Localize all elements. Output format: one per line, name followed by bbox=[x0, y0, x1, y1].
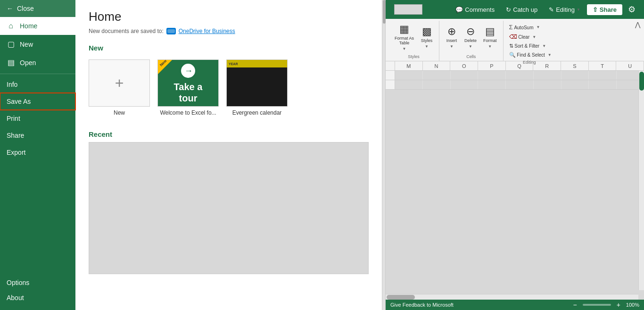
h-scroll-thumb[interactable] bbox=[387, 295, 415, 300]
cell[interactable] bbox=[589, 71, 617, 80]
col-M: M bbox=[395, 61, 423, 70]
editing-dropdown-icon: ▼ bbox=[577, 8, 580, 12]
grid-row bbox=[386, 80, 644, 90]
cell[interactable] bbox=[423, 80, 451, 89]
col-N: N bbox=[423, 61, 451, 70]
info-label: Info bbox=[7, 81, 17, 88]
template-calendar[interactable]: YEAR Evergreen calendar bbox=[226, 59, 288, 116]
sidebar-item-open[interactable]: ▤ Open bbox=[0, 53, 75, 72]
ribbon-collapse-button[interactable]: ⋀ bbox=[632, 20, 643, 29]
sidebar-item-info[interactable]: Info bbox=[0, 76, 75, 93]
cell[interactable] bbox=[478, 71, 506, 80]
cell[interactable] bbox=[451, 71, 479, 80]
cell[interactable] bbox=[451, 80, 479, 89]
main-panel: Home New documents are saved to: OneDriv… bbox=[75, 0, 382, 310]
insert-button[interactable]: ⊕ Insert ▼ bbox=[443, 24, 460, 50]
clear-button[interactable]: ⌫ Clear bbox=[507, 33, 532, 41]
sidebar-divider bbox=[0, 74, 75, 74]
catch-up-button[interactable]: ↻ Catch up bbox=[501, 4, 542, 15]
styles-group-label: Styles bbox=[408, 53, 420, 61]
insert-label: Insert bbox=[446, 39, 457, 43]
format-table-label: Format AsTable bbox=[395, 36, 414, 46]
format-dropdown: ▼ bbox=[488, 44, 492, 49]
zoom-plus-button[interactable]: + bbox=[617, 301, 620, 309]
new-section-title: New bbox=[75, 39, 382, 56]
autosum-button[interactable]: Σ AutoSum bbox=[507, 23, 536, 32]
editing-group-label: Editing bbox=[507, 59, 552, 67]
col-P: P bbox=[478, 61, 506, 70]
pencil-icon: ✎ bbox=[549, 6, 554, 13]
comments-button[interactable]: 💬 Comments bbox=[451, 4, 499, 15]
open-folder-icon: ▤ bbox=[7, 58, 15, 67]
sidebar-item-save-as[interactable]: Save As bbox=[0, 93, 75, 110]
delete-icon: ⊖ bbox=[466, 25, 475, 38]
insert-icon: ⊕ bbox=[447, 25, 456, 38]
clear-dropdown[interactable]: ▼ bbox=[532, 35, 536, 39]
status-bar: Give Feedback to Microsoft − + 100% bbox=[386, 300, 644, 310]
grid-row bbox=[386, 71, 644, 80]
sort-row: ⇅ Sort & Filter ▼ bbox=[507, 42, 552, 50]
v-scroll-thumb[interactable] bbox=[639, 72, 644, 91]
sidebar-item-print[interactable]: Print bbox=[0, 110, 75, 127]
cell[interactable] bbox=[395, 71, 423, 80]
zoom-minus-button[interactable]: − bbox=[573, 301, 577, 309]
name-box[interactable] bbox=[394, 4, 422, 15]
onedrive-link[interactable]: OneDrive for Business bbox=[179, 28, 235, 34]
col-S: S bbox=[561, 61, 589, 70]
sidebar-open-label: Open bbox=[20, 59, 36, 67]
find-select-button[interactable]: 🔍 Find & Select bbox=[507, 51, 547, 59]
sidebar-item-about[interactable]: About bbox=[0, 290, 75, 305]
vertical-scrollbar[interactable] bbox=[638, 71, 644, 290]
save-as-label: Save As bbox=[7, 98, 31, 105]
settings-button[interactable]: ⚙ bbox=[624, 2, 639, 17]
cell[interactable] bbox=[561, 80, 589, 89]
feedback-link[interactable]: Give Feedback to Microsoft bbox=[390, 302, 567, 308]
format-label: Format bbox=[483, 39, 497, 43]
zoom-slider[interactable] bbox=[583, 304, 611, 306]
format-table-icon: ▦ bbox=[399, 23, 409, 35]
format-button[interactable]: ▤ Format ▼ bbox=[481, 24, 499, 50]
delete-button[interactable]: ⊖ Delete ▼ bbox=[462, 24, 479, 50]
cell[interactable] bbox=[506, 80, 534, 89]
sidebar: ← Close ⌂ Home ▢ New ▤ Open Info Save As bbox=[0, 0, 75, 310]
horizontal-scrollbar[interactable] bbox=[386, 294, 638, 300]
sidebar-item-share[interactable]: Share bbox=[0, 127, 75, 144]
cell[interactable] bbox=[423, 71, 451, 80]
ribbon-group-cells: ⊕ Insert ▼ ⊖ Delete ▼ ▤ Format ▼ bbox=[439, 21, 504, 61]
cell[interactable] bbox=[589, 80, 617, 89]
share-button[interactable]: ⇧ Share bbox=[587, 4, 622, 15]
editing-button[interactable]: ✎ Editing ▼ bbox=[544, 4, 585, 15]
sort-dropdown[interactable]: ▼ bbox=[542, 44, 546, 48]
cell[interactable] bbox=[561, 71, 589, 80]
sidebar-item-new[interactable]: ▢ New bbox=[0, 35, 75, 53]
template-tour[interactable]: New → Take atour Welcome to Excel fo... bbox=[157, 59, 219, 116]
find-dropdown[interactable]: ▼ bbox=[548, 53, 552, 57]
autosum-dropdown[interactable]: ▼ bbox=[537, 25, 540, 29]
sidebar-home-label: Home bbox=[20, 22, 37, 30]
sidebar-item-home[interactable]: ⌂ Home bbox=[0, 17, 75, 35]
template-blank[interactable]: + New bbox=[89, 59, 150, 116]
sidebar-new-label: New bbox=[20, 41, 33, 48]
sidebar-nav: ⌂ Home ▢ New ▤ Open Info Save As Print bbox=[0, 17, 75, 275]
cell[interactable] bbox=[478, 80, 506, 89]
editing-label: Editing bbox=[556, 6, 575, 13]
close-label: Close bbox=[17, 5, 34, 12]
blank-label: New bbox=[114, 109, 125, 116]
cell[interactable] bbox=[395, 80, 423, 89]
cell[interactable] bbox=[534, 71, 561, 80]
cell[interactable] bbox=[534, 80, 561, 89]
cells-buttons: ⊕ Insert ▼ ⊖ Delete ▼ ▤ Format ▼ bbox=[443, 21, 499, 53]
grid-area bbox=[386, 71, 644, 300]
sort-filter-button[interactable]: ⇅ Sort & Filter bbox=[507, 42, 542, 50]
sidebar-item-options[interactable]: Options bbox=[0, 275, 75, 290]
find-label: Find & Select bbox=[517, 52, 545, 58]
styles-button[interactable]: ▩ Styles ▼ bbox=[418, 24, 435, 50]
close-button[interactable]: ← Close bbox=[0, 0, 75, 17]
tour-text: Take atour bbox=[174, 81, 203, 104]
format-as-table-button[interactable]: ▦ Format AsTable ▼ bbox=[392, 22, 416, 52]
autosum-row: Σ AutoSum ▼ bbox=[507, 23, 552, 32]
editing-buttons: Σ AutoSum ▼ ⌫ Clear ▼ ⇅ bbox=[507, 23, 552, 59]
sidebar-item-export[interactable]: Export bbox=[0, 144, 75, 161]
cell[interactable] bbox=[506, 71, 534, 80]
home-title: Home bbox=[89, 9, 369, 24]
